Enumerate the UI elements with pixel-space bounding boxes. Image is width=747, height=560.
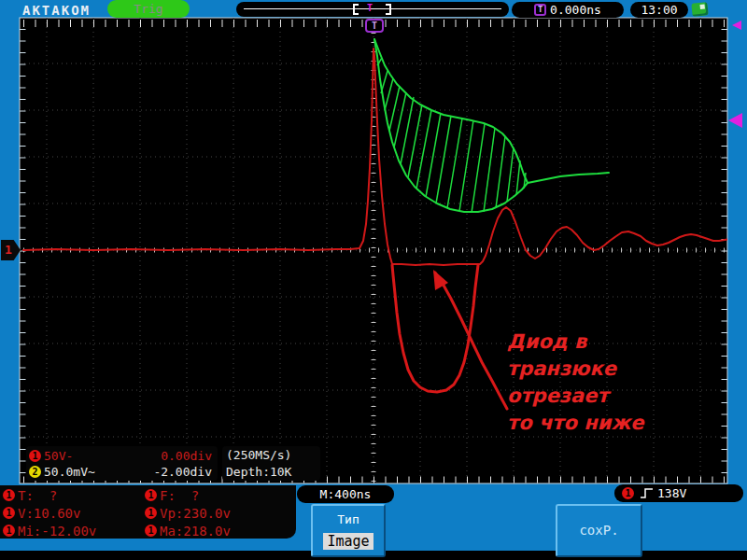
timebase-readout: M:400ns — [297, 485, 394, 503]
trigger-level-value: 138V — [657, 486, 686, 500]
measurement-text: V:10.60v — [18, 506, 80, 521]
meas-badge-icon: 1 — [3, 507, 15, 519]
top-right-marker-icon — [732, 21, 741, 30]
measurement-voltage: 1 V:10.60v — [3, 506, 145, 521]
measurement-text: Ma:218.0v — [160, 524, 231, 539]
usb-icon — [691, 2, 708, 17]
measurement-vpp: 1 Vp:230.0v — [145, 506, 296, 521]
meas-badge-icon: 1 — [3, 525, 15, 537]
channel1-info-row: 1 50V- 0.00div — [29, 448, 212, 463]
channel1-position: 0.00div — [161, 449, 212, 463]
channel2-badge-icon: 2 — [29, 466, 41, 478]
channel2-info-row: 2 50.0mV~ -2.00div — [29, 464, 212, 479]
channel1-scale: 50V- — [44, 449, 73, 463]
measurement-text: Mi:-12.00v — [18, 524, 96, 539]
rising-edge-icon — [640, 487, 655, 499]
save-type-label: Тип — [313, 512, 384, 526]
measurement-text: T: ? — [18, 488, 57, 503]
trigger-position-mini-marker: T — [367, 3, 373, 13]
handwritten-annotation: Диод в транзюке отрезает то что ниже — [507, 329, 644, 437]
measurement-text: Vp:230.0v — [160, 506, 231, 521]
brand-logo: AKTAKOM — [22, 3, 91, 18]
trigger-level-arrow-icon[interactable] — [728, 113, 742, 128]
measurements-panel: 1 T: ? 1 F: ? 1 V:10.60v 1 Vp:230.0v 1 M… — [0, 485, 296, 539]
trigger-offset-value: 0.000ns — [550, 3, 601, 17]
measurement-min: 1 Mi:-12.00v — [3, 524, 145, 539]
trigger-position-badge[interactable]: T — [365, 19, 384, 33]
sample-rate: (250MS/s) — [226, 448, 317, 462]
channel1-badge-icon: 1 — [29, 450, 41, 462]
trigger-window-bracket-left — [353, 4, 359, 15]
save-type-button[interactable]: Тип Image — [311, 504, 386, 557]
save-button[interactable]: сохР. — [556, 504, 642, 557]
trigger-window-bracket-right — [386, 4, 391, 15]
annotation-line: Диод в — [507, 329, 644, 356]
measurement-period: 1 T: ? — [3, 488, 145, 503]
trigger-level-readout: 1 138V — [614, 484, 743, 502]
meas-badge-icon: 1 — [145, 525, 157, 537]
save-type-value: Image — [323, 533, 373, 550]
channel2-position: -2.00div — [153, 465, 212, 479]
annotation-line: транзюке — [507, 356, 644, 383]
clock-readout: 13:00 — [630, 2, 688, 18]
channel2-scale: 50.0mV~ — [44, 465, 95, 479]
record-depth: Depth:10K — [226, 465, 317, 479]
meas-badge-icon: 1 — [145, 489, 157, 501]
trigger-offset-readout: T 0.000ns — [512, 2, 624, 18]
meas-badge-icon: 1 — [145, 507, 157, 519]
annotation-line: то что ниже — [507, 410, 644, 437]
trig-status-badge: Trig — [107, 0, 190, 18]
oscilloscope-screen: { "colors":{ "background_blue":"#0e7ec6"… — [0, 0, 747, 560]
channel-info-box: 1 50V- 0.00div 2 50.0mV~ -2.00div — [26, 446, 218, 481]
horizontal-position-bar[interactable]: T — [236, 2, 509, 17]
measurement-frequency: 1 F: ? — [145, 488, 296, 503]
meas-badge-icon: 1 — [3, 489, 15, 501]
trigger-t-icon: T — [534, 4, 546, 16]
trigger-channel-badge-icon: 1 — [622, 487, 634, 499]
measurement-max: 1 Ma:218.0v — [145, 524, 296, 539]
annotation-line: отрезает — [507, 383, 644, 410]
acquisition-info-box: (250MS/s) Depth:10K — [222, 446, 320, 481]
measurement-text: F: ? — [160, 488, 199, 503]
